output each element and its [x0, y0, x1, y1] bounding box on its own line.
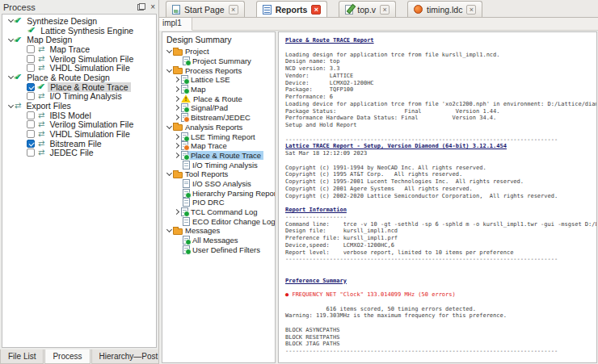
- summary-item-place-route-trace[interactable]: Place & Route Trace: [162, 151, 275, 161]
- chevron-down-icon[interactable]: [166, 123, 173, 131]
- process-item-export-files[interactable]: ⇄Export Files: [2, 101, 156, 111]
- report-outdated-icon: [181, 113, 188, 122]
- process-checkbox[interactable]: [27, 149, 35, 157]
- chevron-down-icon[interactable]: [166, 67, 173, 74]
- folder-icon: [173, 49, 183, 56]
- process-item-verilog-simulation-file[interactable]: ⇄Verilog Simulation File: [2, 120, 156, 130]
- process-item-i-o-timing-analysis[interactable]: ⇄I/O Timing Analysis: [2, 92, 156, 102]
- chevron-down-icon[interactable]: [7, 73, 15, 81]
- summary-item-lse-timing-report[interactable]: LSE Timing Report: [162, 132, 275, 141]
- float-panel-icon[interactable]: [137, 3, 145, 10]
- process-checkbox[interactable]: [27, 45, 35, 53]
- summary-item-lattice-lse[interactable]: Lattice LSE: [162, 75, 275, 85]
- process-item-verilog-simulation-file[interactable]: ⇄Verilog Simulation File: [2, 54, 156, 64]
- close-icon[interactable]: ×: [380, 5, 390, 15]
- summary-item-project[interactable]: Project: [162, 47, 275, 56]
- summary-item-pio-drc[interactable]: PIO DRC: [162, 198, 275, 207]
- tab-impl1[interactable]: impl1: [159, 18, 192, 31]
- process-checkbox[interactable]: [27, 83, 35, 91]
- process-item-synthesize-design[interactable]: ✔Synthesize Design: [2, 16, 156, 26]
- chevron-down-icon[interactable]: [7, 103, 15, 110]
- report-line: Package Status: Final Version 1.44.: [285, 108, 596, 115]
- close-icon[interactable]: ×: [229, 5, 238, 15]
- process-checkbox[interactable]: [27, 140, 35, 148]
- process-checkbox[interactable]: [27, 64, 35, 72]
- close-icon[interactable]: ×: [311, 5, 321, 15]
- chevron-down-icon[interactable]: [7, 17, 15, 24]
- report-line: [285, 157, 596, 165]
- design-summary-title: Design Summary: [162, 32, 275, 47]
- clock-icon: [414, 5, 423, 14]
- report-line: Device: LCMXO2-1200HC: [285, 80, 596, 87]
- summary-item-signal-pad[interactable]: Signal/Pad: [162, 103, 275, 113]
- summary-item-label: Place & Route: [191, 94, 242, 103]
- chevron-down-icon[interactable]: [7, 36, 15, 44]
- chevron-down-icon[interactable]: [166, 48, 173, 55]
- report-line: ----------------------------------------…: [285, 348, 596, 355]
- summary-item-messages[interactable]: Messages: [162, 226, 275, 236]
- process-item-place-route-trace[interactable]: ✔Place & Route Trace: [2, 82, 156, 92]
- process-item-ibis-model[interactable]: ⇄IBIS Model: [2, 111, 156, 120]
- close-icon[interactable]: ×: [466, 5, 476, 15]
- chevron-right-icon[interactable]: [174, 208, 181, 215]
- process-item-vhdl-simulation-file[interactable]: ⇄VHDL Simulation File: [2, 63, 156, 73]
- chevron-right-icon[interactable]: [174, 86, 181, 93]
- summary-item-user-defined-filters[interactable]: User Defined Filters: [162, 245, 275, 254]
- chevron-right-icon[interactable]: [174, 76, 181, 83]
- summary-item-label: Map Trace: [188, 141, 227, 150]
- summary-item-tcl-command-log[interactable]: TCL Command Log: [162, 207, 275, 217]
- process-item-vhdl-simulation-file[interactable]: ⇄VHDL Simulation File: [2, 129, 156, 139]
- close-panel-icon[interactable]: ×: [150, 3, 155, 11]
- process-item-jedec-file[interactable]: ⇄JEDEC File: [2, 149, 156, 158]
- process-checkbox[interactable]: [27, 55, 35, 63]
- chevron-right-icon[interactable]: [174, 104, 181, 111]
- summary-item-content: LSE Timing Report: [181, 132, 258, 141]
- summary-item-eco-editor-change-log[interactable]: ECO Editor Change Log: [162, 216, 275, 226]
- chevron-right-icon[interactable]: [174, 114, 181, 121]
- summary-item-content: Bitstream/JEDEC: [181, 113, 253, 122]
- bottom-tab-process[interactable]: Process: [44, 349, 90, 364]
- summary-item-map[interactable]: Map: [162, 85, 275, 94]
- tab-start-page[interactable]: Start Page×: [166, 1, 245, 17]
- chevron-right-icon[interactable]: [174, 152, 181, 159]
- check-icon: ✔: [15, 73, 22, 82]
- process-checkbox[interactable]: [27, 120, 35, 128]
- process-item-place-route-design[interactable]: ✔Place & Route Design: [2, 73, 156, 82]
- summary-item-hierarchy-parsing-report[interactable]: Hierarchy Parsing Report: [162, 188, 275, 198]
- report-line: BLOCK RESETPATHS: [285, 334, 596, 341]
- summary-item-bitstream-jedec[interactable]: Bitstream/JEDEC: [162, 113, 275, 123]
- process-checkbox[interactable]: [27, 92, 35, 100]
- chevron-right-icon[interactable]: [174, 95, 181, 103]
- check-icon: ✔: [15, 36, 22, 44]
- summary-item-i-o-sso-analysis[interactable]: I/O SSO Analysis: [162, 179, 275, 189]
- report-ok-icon: [181, 75, 188, 84]
- summary-item-tool-reports[interactable]: Tool Reports: [162, 169, 275, 179]
- summary-item-process-reports[interactable]: Process Reports: [162, 65, 275, 75]
- process-checkbox[interactable]: [27, 111, 35, 119]
- tab-reports[interactable]: Reports×: [256, 1, 328, 17]
- bottom-tab-file-list[interactable]: File List: [0, 349, 44, 364]
- process-item-label: VHDL Simulation File: [47, 63, 132, 73]
- process-item-bitstream-file[interactable]: ⇄Bitstream File: [2, 139, 156, 149]
- report-icon: [183, 161, 190, 169]
- summary-item-project-summary[interactable]: Project Summary: [162, 56, 275, 66]
- chevron-right-icon[interactable]: [174, 133, 181, 140]
- summary-item-analysis-reports[interactable]: Analysis Reports: [162, 123, 275, 132]
- process-checkbox[interactable]: [27, 130, 35, 138]
- report-icon: [263, 5, 272, 15]
- process-item-map-trace[interactable]: ⇄Map Trace: [2, 44, 156, 54]
- tab-timing-ldc[interactable]: timing.ldc×: [407, 1, 482, 17]
- process-item-map-design[interactable]: ✔Map Design: [2, 35, 156, 44]
- summary-item-map-trace[interactable]: Map Trace: [162, 141, 275, 151]
- chevron-down-icon[interactable]: [166, 170, 173, 178]
- process-item-lattice-synthesis-engine[interactable]: ✔Lattice Synthesis Engine: [2, 26, 156, 36]
- tab-top-v[interactable]: top.v×: [339, 1, 396, 17]
- chevron-down-icon[interactable]: [166, 227, 173, 234]
- summary-item-all-messages[interactable]: All Messages: [162, 236, 275, 245]
- process-item-label: Lattice Synthesis Engine: [38, 26, 136, 36]
- chevron-right-icon[interactable]: [174, 142, 181, 149]
- summary-item-place-route[interactable]: !Place & Route: [162, 94, 275, 103]
- summary-item-i-o-timing-analysis[interactable]: I/O Timing Analysis: [162, 160, 275, 169]
- summary-item-content: User Defined Filters: [183, 245, 263, 254]
- report-ok-icon: [181, 151, 188, 160]
